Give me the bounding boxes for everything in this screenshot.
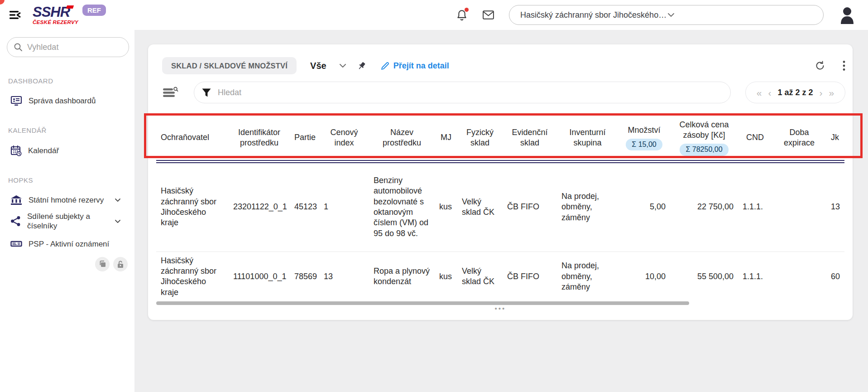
column-header-label: CND <box>746 133 764 142</box>
chevron-down-icon <box>115 198 121 202</box>
sidebar-search-input[interactable] <box>27 43 132 52</box>
first-page-button[interactable]: « <box>757 88 762 97</box>
pencil-icon <box>381 62 389 70</box>
table-row[interactable]: Hasičský záchranný sbor Jihočeského kraj… <box>156 161 844 252</box>
column-header-label: Evidenční sklad <box>512 128 547 147</box>
kebab-menu-button[interactable] <box>843 60 845 71</box>
sum-badge: Σ 78250,00 <box>680 144 728 155</box>
table-cell: Benziny automobilové bezolovnaté s oktan… <box>369 161 435 252</box>
column-header[interactable]: Celková cena zásoby [Kč]Σ 78250,00 <box>670 116 738 161</box>
table-cell: 5,00 <box>618 161 670 252</box>
column-header[interactable]: Identifikátor prostředku <box>229 116 290 161</box>
column-header-label: Doba expirace <box>784 128 815 147</box>
column-settings-icon[interactable] <box>162 86 179 99</box>
calendar-icon <box>10 145 22 156</box>
table-cell: 1 <box>319 161 369 252</box>
table-cell: Velký sklad ČK <box>457 161 503 252</box>
column-header-label: Jk <box>831 133 839 142</box>
go-to-detail-label: Přejít na detail <box>393 61 449 71</box>
column-header[interactable]: CND <box>738 116 772 161</box>
table-cell: 60 <box>826 252 844 301</box>
table-cell: kus <box>435 252 457 301</box>
context-selector[interactable]: Hasičský záchranný sbor Jihočeského kraj… <box>509 5 824 25</box>
sidebar-search[interactable] <box>7 37 129 57</box>
bank-icon <box>10 195 22 205</box>
column-header[interactable]: Inventurní skupina <box>557 116 618 161</box>
row-overflow-indicator[interactable]: ••• <box>148 305 853 312</box>
column-header[interactable]: Fyzický sklad <box>457 116 503 161</box>
column-header[interactable]: MnožstvíΣ 15,00 <box>618 116 670 161</box>
column-header-label: Množství <box>628 126 660 135</box>
menu-fold-icon <box>9 10 21 20</box>
sum-badge: Σ 15,00 <box>626 139 662 150</box>
column-header-label: Cenový index <box>330 128 358 147</box>
table-cell: ČB FIFO <box>503 161 557 252</box>
sidebar-section-dashboard: DASHBOARD <box>8 77 134 85</box>
sidebar-item-label: Správa dashboardů <box>29 96 128 106</box>
chevron-down-icon[interactable] <box>339 63 346 68</box>
view-selector[interactable]: Vše <box>310 61 326 71</box>
stock-table-container[interactable]: OchraňovatelIdentifikátor prostředkuPart… <box>156 116 844 301</box>
copy-icon <box>99 260 106 268</box>
column-header-label: Celková cena zásoby [Kč] <box>679 120 729 140</box>
table-search[interactable] <box>194 82 731 103</box>
sidebar-item-calendar[interactable]: Kalendář <box>10 145 128 156</box>
column-header[interactable]: Název prostředku <box>369 116 435 161</box>
table-cell: Na prodej, obměny, záměny <box>557 161 618 252</box>
column-header-label: Ochraňovatel <box>161 133 209 142</box>
messages-button[interactable] <box>482 10 494 20</box>
column-header-label: Inventurní skupina <box>569 128 605 147</box>
notifications-button[interactable] <box>456 9 468 21</box>
prev-page-button[interactable]: ‹ <box>768 88 771 97</box>
table-header-row: OchraňovatelIdentifikátor prostředkuPart… <box>156 116 844 161</box>
go-to-detail-link[interactable]: Přejít na detail <box>381 61 449 71</box>
column-header[interactable]: Evidenční sklad <box>503 116 557 161</box>
dashboard-icon <box>10 96 22 106</box>
sidebar-item-psp-announcements[interactable]: PSP - Aktivní oznámení <box>10 239 128 249</box>
last-page-button[interactable]: » <box>829 88 834 97</box>
user-avatar[interactable] <box>838 6 856 24</box>
column-header[interactable]: Cenový index <box>319 116 369 161</box>
next-page-button[interactable]: › <box>820 88 823 97</box>
column-header-label: Fyzický sklad <box>466 128 494 147</box>
table-cell: 1.1.1. <box>738 252 772 301</box>
sshr-logo[interactable]: SSHR ČESKÉ REZERVY <box>33 5 76 25</box>
sidebar: DASHBOARD Správa dashboardů KALENDÁŘ <box>0 30 134 392</box>
copy-layout-button[interactable] <box>95 257 110 271</box>
stock-table: OchraňovatelIdentifikátor prostředkuPart… <box>156 116 844 301</box>
table-cell: 1.1.1. <box>738 161 772 252</box>
unlock-icon <box>117 260 124 268</box>
context-selector-value: Hasičský záchranný sbor Jihočeského kraj… <box>520 10 667 20</box>
table-cell <box>772 161 826 252</box>
table-cell: Hasičský záchranný sbor Jihočeského kraj… <box>156 252 229 301</box>
sidebar-item-shared-subjects[interactable]: Sdílené subjekty a číselníky <box>10 212 128 231</box>
pin-icon[interactable] <box>357 61 366 71</box>
table-cell: 10,00 <box>618 252 670 301</box>
share-icon <box>10 216 21 227</box>
stock-quantity-card: SKLAD / SKLADOVÉ MNOŽSTVÍ Vše <box>148 44 853 320</box>
column-header[interactable]: Partie <box>290 116 319 161</box>
table-cell: 23201122_0_1 <box>229 161 290 252</box>
mail-icon <box>482 10 494 20</box>
sidebar-item-label: Státní hmotné rezervy <box>29 195 115 205</box>
table-cell: 13 <box>319 252 369 301</box>
sidebar-item-state-reserves[interactable]: Státní hmotné rezervy <box>10 195 128 205</box>
refresh-button[interactable] <box>815 60 825 71</box>
sidebar-item-dashboards[interactable]: Správa dashboardů <box>10 96 128 106</box>
table-search-input[interactable] <box>218 88 723 97</box>
chevron-down-icon <box>115 219 121 223</box>
table-cell: 13 <box>826 161 844 252</box>
column-header-label: Identifikátor prostředku <box>238 128 280 147</box>
sidebar-section-calendar: KALENDÁŘ <box>8 126 134 134</box>
ref-environment-badge: REF <box>82 5 106 16</box>
logo-subtitle: ČESKÉ REZERVY <box>33 19 76 25</box>
collapse-sidebar-button[interactable] <box>7 7 23 23</box>
table-row[interactable]: Hasičský záchranný sbor Jihočeského kraj… <box>156 252 844 301</box>
column-header[interactable]: Doba expirace <box>772 116 826 161</box>
unlock-button[interactable] <box>113 257 128 271</box>
column-header[interactable]: Jk <box>826 116 844 161</box>
column-header-label: Partie <box>294 133 316 142</box>
column-header[interactable]: Ochraňovatel <box>156 116 229 161</box>
table-cell: Ropa a plynový kondenzát <box>369 252 435 301</box>
column-header[interactable]: MJ <box>435 116 457 161</box>
